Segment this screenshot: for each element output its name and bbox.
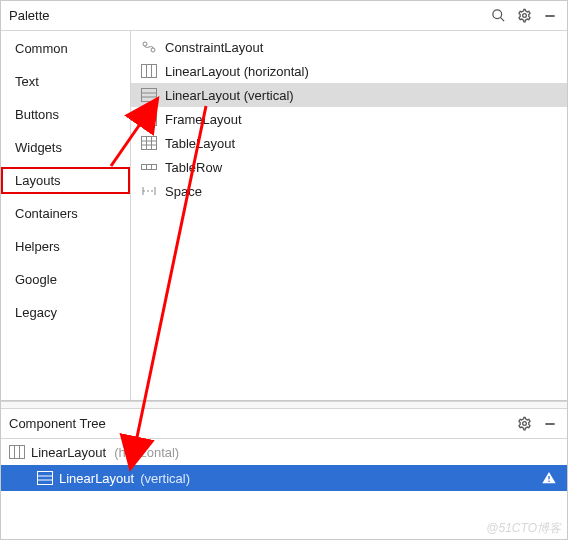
palette-item[interactable]: LinearLayout (horizontal) [131, 59, 567, 83]
palette-item-label: LinearLayout (horizontal) [165, 64, 309, 79]
palette-category[interactable]: Helpers [1, 233, 130, 260]
svg-rect-30 [38, 472, 53, 485]
palette-body: CommonTextButtonsWidgetsLayoutsContainer… [1, 31, 567, 401]
search-icon[interactable] [489, 7, 507, 25]
palette-title: Palette [9, 8, 481, 23]
palette-category-label: Text [15, 74, 39, 89]
component-tree-title: Component Tree [9, 416, 507, 431]
svg-point-2 [522, 14, 526, 18]
palette-category-label: Google [15, 272, 57, 287]
svg-point-5 [151, 48, 155, 52]
palette-item-label: TableLayout [165, 136, 235, 151]
svg-line-1 [500, 17, 504, 21]
palette-item-label: TableRow [165, 160, 222, 175]
svg-rect-13 [142, 113, 150, 120]
svg-point-0 [492, 10, 501, 19]
minimize-icon[interactable] [541, 415, 559, 433]
tree-child-label: LinearLayout [59, 471, 134, 486]
hstack-icon [9, 444, 25, 460]
palette-category[interactable]: Widgets [1, 134, 130, 161]
palette-category-label: Common [15, 41, 68, 56]
palette-category[interactable]: Google [1, 266, 130, 293]
watermark: @51CTO博客 [486, 520, 561, 537]
palette-item-label: LinearLayout (vertical) [165, 88, 294, 103]
warning-icon[interactable] [541, 470, 557, 486]
svg-point-25 [522, 422, 526, 426]
palette-category-label: Buttons [15, 107, 59, 122]
svg-rect-19 [142, 165, 157, 170]
vstack-icon [141, 87, 157, 103]
palette-category[interactable]: Legacy [1, 299, 130, 326]
palette-item[interactable]: ConstraintLayout [131, 35, 567, 59]
palette-item[interactable]: Space [131, 179, 567, 203]
frame-icon [141, 111, 157, 127]
palette-category[interactable]: Layouts [1, 167, 130, 194]
palette-category[interactable]: Containers [1, 200, 130, 227]
vstack-icon [37, 470, 53, 486]
svg-point-4 [143, 42, 147, 46]
hstack-icon [141, 63, 157, 79]
tree-root-label: LinearLayout [31, 445, 106, 460]
palette-categories: CommonTextButtonsWidgetsLayoutsContainer… [1, 31, 131, 400]
svg-rect-33 [548, 476, 549, 479]
palette-category[interactable]: Text [1, 68, 130, 95]
svg-rect-34 [548, 481, 549, 482]
palette-item[interactable]: LinearLayout (vertical) [131, 83, 567, 107]
palette-item[interactable]: FrameLayout [131, 107, 567, 131]
tree-root-suffix: (horizontal) [114, 445, 179, 460]
gear-icon[interactable] [515, 7, 533, 25]
tree-row-root[interactable]: LinearLayout (horizontal) [1, 439, 567, 465]
minimize-icon[interactable] [541, 7, 559, 25]
palette-item[interactable]: TableRow [131, 155, 567, 179]
constraint-icon [141, 39, 157, 55]
svg-rect-27 [10, 446, 25, 459]
panel-divider[interactable] [1, 401, 567, 409]
palette-category-label: Helpers [15, 239, 60, 254]
palette-item-label: FrameLayout [165, 112, 242, 127]
svg-rect-14 [142, 137, 157, 150]
svg-rect-6 [142, 65, 157, 78]
palette-header: Palette [1, 1, 567, 31]
palette-item-label: ConstraintLayout [165, 40, 263, 55]
row-icon [141, 159, 157, 175]
palette-category[interactable]: Common [1, 35, 130, 62]
table-icon [141, 135, 157, 151]
space-icon [141, 183, 157, 199]
palette-category-label: Layouts [15, 173, 61, 188]
palette-category[interactable]: Buttons [1, 101, 130, 128]
component-tree-header: Component Tree [1, 409, 567, 439]
tree-row-child[interactable]: LinearLayout (vertical) [1, 465, 567, 491]
tree-child-suffix: (vertical) [140, 471, 190, 486]
palette-item[interactable]: TableLayout [131, 131, 567, 155]
gear-icon[interactable] [515, 415, 533, 433]
svg-rect-9 [142, 89, 157, 102]
component-tree-body: LinearLayout (horizontal) LinearLayout (… [1, 439, 567, 491]
palette-items: ConstraintLayoutLinearLayout (horizontal… [131, 31, 567, 400]
palette-category-label: Widgets [15, 140, 62, 155]
palette-item-label: Space [165, 184, 202, 199]
palette-category-label: Containers [15, 206, 78, 221]
palette-category-label: Legacy [15, 305, 57, 320]
